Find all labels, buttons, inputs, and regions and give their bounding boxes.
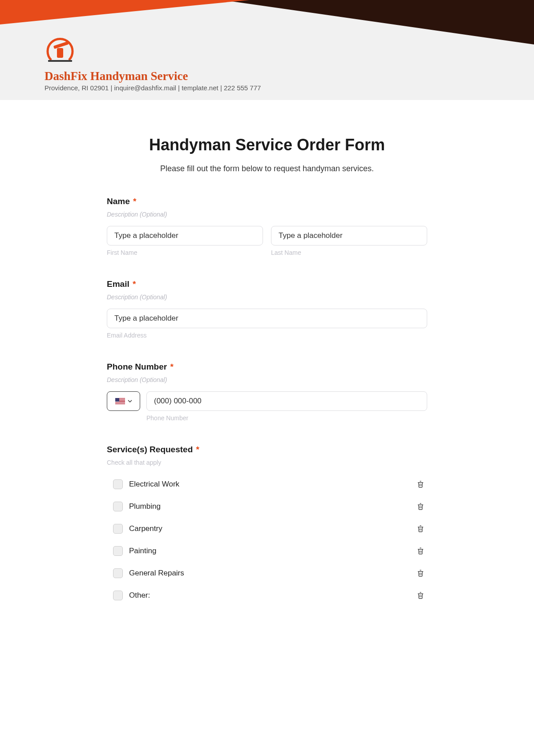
- us-flag-icon: [115, 398, 125, 404]
- delete-option-button[interactable]: [414, 478, 427, 491]
- label-text: Service(s) Requested: [107, 445, 193, 454]
- phone-input[interactable]: [146, 391, 427, 411]
- trash-icon: [417, 480, 425, 488]
- service-option-row: Plumbing: [107, 495, 427, 518]
- delete-option-button[interactable]: [414, 522, 427, 535]
- chevron-down-icon: [128, 399, 132, 403]
- delete-option-button[interactable]: [414, 567, 427, 580]
- brand-contact-line: Providence, RI 02901 | inquire@dashfix.m…: [44, 84, 261, 92]
- checkbox-label: Electrical Work: [129, 480, 414, 489]
- decorative-triangle: [0, 0, 249, 24]
- services-field-group: Service(s) Requested * Check all that ap…: [107, 445, 427, 607]
- checkbox-plumbing[interactable]: [113, 502, 123, 511]
- header-banner: DashFix Handyman Service Providence, RI …: [0, 0, 534, 100]
- name-field-group: Name * Description (Optional) First Name…: [107, 197, 427, 256]
- label-text: Phone Number: [107, 362, 167, 371]
- service-option-row: General Repairs: [107, 562, 427, 584]
- hammer-fist-logo-icon: [44, 36, 76, 67]
- service-option-row: Other:: [107, 584, 427, 607]
- email-label: Email *: [107, 279, 427, 289]
- delete-option-button[interactable]: [414, 589, 427, 602]
- email-field-group: Email * Description (Optional) Email Add…: [107, 279, 427, 339]
- checkbox-label: Plumbing: [129, 502, 414, 511]
- required-star-icon: *: [133, 197, 136, 206]
- label-text: Name: [107, 197, 130, 206]
- email-sublabel: Email Address: [107, 332, 427, 339]
- checkbox-label: Carpentry: [129, 524, 414, 533]
- trash-icon: [417, 525, 425, 533]
- checkbox-painting[interactable]: [113, 546, 123, 556]
- last-name-input[interactable]: [271, 226, 427, 245]
- checkbox-other[interactable]: [113, 591, 123, 600]
- decorative-triangle: [222, 0, 534, 44]
- services-checkbox-list: Electrical Work Plumbing Carpentry Paint…: [107, 473, 427, 607]
- checkbox-label: Painting: [129, 547, 414, 555]
- svg-rect-0: [57, 48, 63, 58]
- trash-icon: [417, 547, 425, 555]
- checkbox-general-repairs[interactable]: [113, 568, 123, 578]
- form-subtitle: Please fill out the form below to reques…: [107, 164, 427, 173]
- phone-description: Description (Optional): [107, 376, 427, 383]
- services-label: Service(s) Requested *: [107, 445, 427, 454]
- email-description: Description (Optional): [107, 294, 427, 301]
- first-name-sublabel: First Name: [107, 249, 263, 256]
- phone-field-group: Phone Number * Description (Optional) Ph…: [107, 362, 427, 422]
- service-option-row: Carpentry: [107, 518, 427, 540]
- trash-icon: [417, 591, 425, 599]
- trash-icon: [417, 503, 425, 511]
- delete-option-button[interactable]: [414, 500, 427, 513]
- brand-block: DashFix Handyman Service Providence, RI …: [44, 36, 261, 92]
- checkbox-electrical-work[interactable]: [113, 479, 123, 489]
- required-star-icon: *: [170, 362, 173, 371]
- service-option-row: Electrical Work: [107, 473, 427, 495]
- form-container: Handyman Service Order Form Please fill …: [102, 136, 432, 607]
- form-title: Handyman Service Order Form: [107, 136, 427, 154]
- country-code-selector[interactable]: [107, 391, 140, 411]
- required-star-icon: *: [133, 279, 136, 289]
- last-name-sublabel: Last Name: [271, 249, 427, 256]
- label-text: Email: [107, 279, 129, 289]
- email-input[interactable]: [107, 309, 427, 328]
- trash-icon: [417, 569, 425, 577]
- service-option-row: Painting: [107, 540, 427, 562]
- first-name-input[interactable]: [107, 226, 263, 245]
- required-star-icon: *: [196, 445, 199, 454]
- delete-option-button[interactable]: [414, 544, 427, 558]
- checkbox-label: General Repairs: [129, 569, 414, 578]
- services-hint: Check all that apply: [107, 459, 427, 466]
- svg-rect-2: [48, 60, 72, 62]
- svg-rect-1: [53, 41, 69, 49]
- phone-label: Phone Number *: [107, 362, 427, 372]
- brand-name: DashFix Handyman Service: [44, 69, 261, 83]
- name-description: Description (Optional): [107, 211, 427, 218]
- name-label: Name *: [107, 197, 427, 206]
- checkbox-carpentry[interactable]: [113, 524, 123, 534]
- phone-sublabel: Phone Number: [146, 414, 427, 422]
- checkbox-label: Other:: [129, 591, 414, 600]
